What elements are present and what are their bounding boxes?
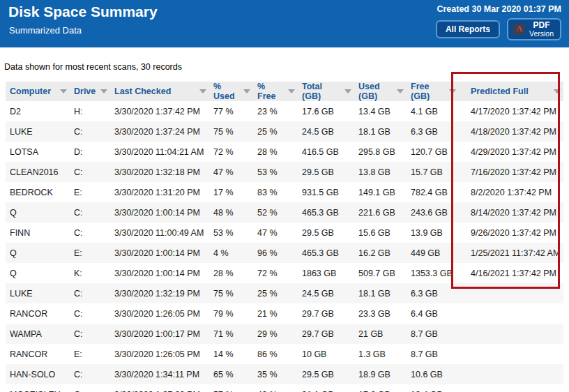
column-header-free-gb[interactable]: Free (GB) [407, 82, 459, 101]
records-info-text: Data shown for most recent scans, 30 rec… [4, 62, 182, 72]
table-cell: 10.6 GB [407, 364, 459, 384]
table-row: HAN-SOLOC:3/30/2020 1:34:11 PM65 %35 %29… [6, 364, 563, 384]
table-cell: 53 % [253, 162, 298, 182]
table-cell: 29.7 GB [298, 324, 354, 344]
pdf-icon: A [513, 24, 525, 35]
table-cell: 71 % [209, 324, 253, 344]
table-cell: 25 % [253, 121, 298, 142]
table-cell: 29.5 GB [298, 162, 354, 182]
table-cell: 3/30/2020 1:32:19 PM [110, 283, 209, 303]
column-header-label: Drive [74, 86, 96, 96]
table-row: QE:3/30/2020 1:00:14 PM4 %96 %465.3 GB16… [6, 243, 563, 263]
table-cell: 23 % [253, 101, 298, 121]
sort-dropdown-icon[interactable] [397, 89, 404, 93]
table-cell: D2 [6, 101, 70, 121]
table-cell [459, 344, 563, 364]
sort-dropdown-icon[interactable] [554, 89, 561, 93]
table-cell: 4.1 GB [407, 101, 459, 121]
table-cell: 35 % [253, 364, 298, 384]
table-row: QC:3/30/2020 1:00:14 PM48 %52 %465.3 GB2… [6, 202, 563, 223]
header-right: Created 30 Mar 2020 01:37 PM All Reports… [436, 4, 561, 40]
table-cell: 295.8 GB [354, 142, 407, 162]
table-cell: 13.8 GB [354, 162, 407, 182]
column-header-used[interactable]: % Used [209, 82, 253, 101]
column-header-total-gb[interactable]: Total (GB) [298, 82, 354, 101]
table-cell: 3/30/2020 1:37:42 PM [110, 101, 209, 121]
page: Disk Space Summary Summarized Data Creat… [0, 0, 569, 392]
table-cell: 52 % [253, 202, 298, 223]
table-cell: 21 GB [354, 324, 407, 344]
table-cell: 931.5 GB [298, 182, 354, 202]
table-row: MOSEISLEYC:3/30/2020 1:37:00 PM57 %43 %3… [6, 384, 563, 392]
table-cell: 75 % [209, 283, 253, 303]
column-header-label: Used (GB) [358, 82, 394, 101]
table-cell: 77 % [209, 101, 253, 121]
column-header-predicted-full[interactable]: Predicted Full [459, 82, 563, 101]
table-cell: 243.6 GB [407, 202, 459, 223]
table-cell: 416.5 GB [298, 142, 354, 162]
created-timestamp: Created 30 Mar 2020 01:37 PM [437, 4, 561, 14]
all-reports-label: All Reports [446, 24, 490, 34]
sort-dropdown-icon[interactable] [100, 89, 107, 93]
table-cell: 13.4 GB [407, 384, 459, 392]
table-cell: 48 % [209, 202, 253, 223]
all-reports-button[interactable]: All Reports [436, 20, 500, 38]
table-cell: 6.4 GB [407, 303, 459, 324]
table-cell [459, 283, 563, 303]
header-buttons: All Reports A PDF Version [436, 18, 561, 40]
table-cell [459, 384, 563, 392]
table-cell: 17.6 GB [354, 384, 407, 392]
column-header-label: Predicted Full [471, 86, 529, 96]
table-cell: 18.1 GB [354, 121, 407, 142]
table-cell: 25 % [253, 283, 298, 303]
sort-dropdown-icon[interactable] [243, 89, 250, 93]
column-header-used-gb[interactable]: Used (GB) [354, 82, 407, 101]
table-cell: CLEAN2016 [6, 162, 70, 182]
table-row: RANCORC:3/30/2020 1:26:05 PM79 %21 %29.7… [6, 303, 563, 324]
table-cell: C: [70, 364, 110, 384]
table-cell: 465.3 GB [298, 202, 354, 223]
pdf-version-button[interactable]: A PDF Version [507, 18, 561, 40]
table-cell: 15.6 GB [354, 223, 407, 243]
sort-dropdown-icon[interactable] [199, 89, 206, 93]
table-cell: 120.7 GB [407, 142, 459, 162]
column-header-drive[interactable]: Drive [70, 82, 110, 101]
sort-dropdown-icon[interactable] [60, 89, 67, 93]
column-header-label: Total (GB) [302, 82, 342, 101]
table-cell: 3/30/2020 1:37:00 PM [110, 384, 209, 392]
table-cell: Q [6, 243, 70, 263]
table-cell: 3/30/2020 1:32:18 PM [110, 162, 209, 182]
table-cell: 3/30/2020 1:00:17 PM [110, 324, 209, 344]
table-cell: 3/30/2020 1:00:14 PM [110, 263, 209, 283]
table-cell: 782.4 GB [407, 182, 459, 202]
sort-dropdown-icon[interactable] [344, 89, 351, 93]
column-header-free[interactable]: % Free [253, 82, 298, 101]
table-row: LUKEC:3/30/2020 1:37:24 PM75 %25 %24.5 G… [6, 121, 563, 142]
table-cell: LUKE [6, 283, 70, 303]
table-cell: C: [70, 202, 110, 223]
pdf-label: PDF [533, 21, 549, 30]
table-header-row: ComputerDriveLast Checked% Used% FreeTot… [6, 82, 563, 101]
table-cell: RANCOR [6, 344, 70, 364]
table-cell: 75 % [209, 121, 253, 142]
table-cell: D: [70, 142, 110, 162]
table-cell: 8.7 GB [407, 324, 459, 344]
table-cell: 4/18/2020 1:37:42 PM [459, 121, 563, 142]
column-header-last-checked[interactable]: Last Checked [110, 82, 209, 101]
table-cell: 29 % [253, 324, 298, 344]
table-cell: 3/30/2020 1:00:14 PM [110, 243, 209, 263]
table-cell: 1353.3 GB [407, 263, 459, 283]
table-cell: Q [6, 263, 70, 283]
table-cell: 72 % [209, 142, 253, 162]
table-cell: 149.1 GB [354, 182, 407, 202]
table-cell: 86 % [253, 344, 298, 364]
sort-dropdown-icon[interactable] [288, 89, 295, 93]
table-cell: MOSEISLEY [6, 384, 70, 392]
column-header-computer[interactable]: Computer [6, 82, 70, 101]
table-cell: 509.7 GB [354, 263, 407, 283]
page-subtitle: Summarized Data [9, 25, 82, 36]
table-cell: 79 % [209, 303, 253, 324]
sort-dropdown-icon[interactable] [449, 89, 456, 93]
table-cell: 83 % [253, 182, 298, 202]
disk-space-table-wrap: ComputerDriveLast Checked% Used% FreeTot… [6, 82, 563, 392]
